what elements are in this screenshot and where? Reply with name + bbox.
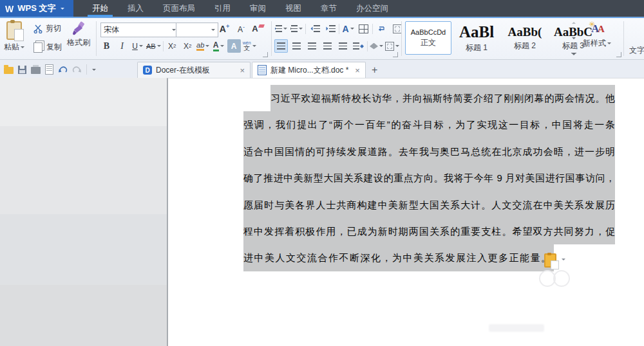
style-name: 标题 1 [466, 42, 488, 53]
style-heading2[interactable]: AaBb( 标题 2 [502, 21, 548, 55]
subscript-button[interactable]: X2 [181, 39, 194, 53]
style-sample: AaBb( [508, 25, 542, 39]
chevron-down-icon [562, 259, 565, 260]
insert-table-button[interactable] [357, 22, 370, 35]
char-shading-button[interactable]: A [227, 39, 241, 53]
format-painter-button[interactable]: 格式刷 [67, 21, 90, 48]
tab-insert[interactable]: 插入 [118, 0, 153, 17]
align-center-button[interactable] [290, 39, 303, 53]
increase-indent-button[interactable] [323, 22, 337, 35]
undo-dropdown-icon[interactable] [92, 69, 96, 71]
clear-format-button[interactable]: A [251, 22, 265, 35]
tab-home[interactable]: 开始 [82, 0, 118, 17]
chevron-down-icon [61, 8, 64, 10]
bold-button[interactable]: B [100, 39, 113, 53]
wps-logo-icon: W [5, 3, 14, 14]
highlight-color-button[interactable]: ab [196, 39, 210, 53]
text-tool-group-button[interactable]: 文字工具 [629, 45, 644, 56]
align-left-icon [277, 42, 285, 50]
phonetic-guide-button[interactable]: wén 文 [243, 39, 256, 53]
font-family-value: 宋体 [104, 24, 119, 35]
font-size-select[interactable] [176, 23, 218, 37]
underline-button[interactable]: U [131, 39, 144, 53]
justify-button[interactable] [321, 39, 334, 53]
cut-button[interactable]: 剪切 [33, 23, 61, 34]
close-tab-icon[interactable]: × [240, 66, 245, 75]
close-tab-icon[interactable]: × [355, 66, 360, 75]
distribute-icon [339, 42, 347, 50]
text-tool-button[interactable]: A [341, 22, 355, 35]
paragraph-frame-icon [393, 24, 402, 33]
paragraph-dialog-launcher[interactable] [393, 52, 398, 57]
chevron-down-icon [211, 29, 215, 31]
faint-circle-shape [553, 270, 570, 287]
copy-button[interactable]: 复制 [33, 42, 62, 53]
numbering-icon [291, 25, 298, 32]
quick-access-toolbar [0, 64, 100, 78]
save-icon[interactable] [18, 66, 26, 74]
group-divider [623, 21, 624, 56]
align-left-button[interactable] [274, 39, 288, 53]
document-icon [258, 65, 267, 75]
paste-button[interactable]: 粘贴 [4, 21, 24, 53]
align-right-button[interactable] [305, 39, 319, 53]
styles-scroll-up[interactable] [572, 22, 576, 24]
shading-button[interactable] [370, 39, 383, 53]
text-line: 确了推进中美新型大国关系建设的重点方向。我将于今年 9 月对美国进行国事访问， [243, 165, 615, 191]
tab-view[interactable]: 视图 [276, 0, 311, 17]
new-style-label: 新样式 [583, 39, 606, 48]
text-line: 习近平欢迎福斯特校长访华，并向福斯特简要介绍了刚刚闭幕的两会情况。他 [270, 85, 615, 111]
document-tab-bar: D Docer-在线模板 × 新建 Micro...文档.doc * × + [0, 60, 644, 78]
tab-label: Docer-在线模板 [156, 65, 210, 76]
line-spacing-icon [353, 42, 359, 50]
decrease-indent-button[interactable] [308, 22, 321, 35]
tab-references[interactable]: 引用 [205, 0, 240, 17]
tab-workspace[interactable]: 办公空间 [346, 0, 398, 17]
shrink-font-button[interactable]: A- [234, 22, 248, 35]
font-family-select[interactable]: 宋体 [100, 23, 179, 37]
left-panel [0, 285, 167, 346]
tab-page-layout[interactable]: 页面布局 [153, 0, 205, 17]
styles-dialog-launcher[interactable] [616, 52, 621, 57]
strikethrough-button[interactable]: AB [146, 39, 161, 53]
tab-review[interactable]: 审阅 [240, 0, 276, 17]
bullets-button[interactable] [274, 22, 288, 35]
distribute-button[interactable] [336, 39, 350, 53]
print-icon[interactable] [31, 67, 41, 74]
document-page[interactable]: 习近平欢迎福斯特校长访华，并向福斯特简要介绍了刚刚闭幕的两会情况。他 强调，我们… [167, 78, 644, 346]
tab-label: 新建 Micro...文档.doc * [270, 65, 348, 76]
tab-docer-templates[interactable]: D Docer-在线模板 × [137, 62, 251, 78]
styles-scroll-down[interactable] [572, 37, 576, 39]
print-preview-icon[interactable] [45, 64, 53, 75]
align-right-icon [308, 42, 316, 50]
open-folder-icon[interactable] [4, 67, 14, 74]
styles-more-button[interactable] [571, 53, 576, 55]
superscript-button[interactable]: X2 [166, 39, 179, 53]
style-heading1[interactable]: AaBl 标题 1 [453, 21, 500, 55]
left-panel [0, 126, 167, 214]
ribbon-tab-strip: 开始 插入 页面布局 引用 审阅 视图 章节 办公空间 [82, 0, 398, 17]
numbering-button[interactable] [290, 22, 303, 35]
line-spacing-button[interactable] [352, 39, 365, 53]
new-style-icon: ✳ A A [587, 21, 607, 37]
wps-menu-button[interactable]: W WPS 文字 [0, 0, 73, 17]
new-style-button[interactable]: ✳ A A 新样式 [583, 21, 611, 49]
selected-paragraph[interactable]: 习近平欢迎福斯特校长访华，并向福斯特简要介绍了刚刚闭幕的两会情况。他 强调，我们… [243, 85, 615, 271]
show-marks-button[interactable] [375, 22, 388, 35]
style-normal[interactable]: AaBbCcDd 正文 [405, 21, 451, 55]
italic-button[interactable]: I [115, 39, 129, 53]
undo-icon[interactable] [58, 66, 68, 74]
paste-options-icon [544, 253, 556, 268]
borders-button[interactable] [385, 39, 399, 53]
grow-font-button[interactable]: A+ [218, 22, 231, 35]
redo-icon[interactable] [72, 66, 82, 74]
new-tab-button[interactable]: + [366, 64, 383, 78]
faint-watermark [489, 324, 544, 332]
font-dialog-launcher[interactable] [263, 52, 268, 57]
tab-section[interactable]: 章节 [311, 0, 346, 17]
font-color-button[interactable]: A [212, 39, 225, 53]
scissors-icon [33, 24, 43, 33]
style-sample: AaBbCcDd [411, 28, 446, 36]
paste-options-button[interactable] [544, 253, 565, 268]
tab-current-document[interactable]: 新建 Micro...文档.doc * × [252, 62, 366, 78]
